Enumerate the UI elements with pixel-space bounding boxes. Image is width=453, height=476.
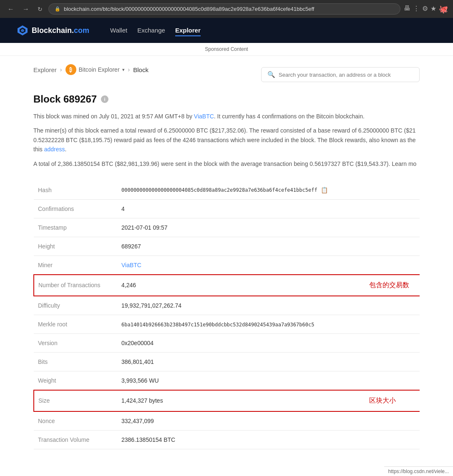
table-row: Nonce332,437,099 [34, 411, 420, 431]
table-cell-label: Nonce [34, 411, 117, 431]
search-icon: 🔍 [267, 71, 275, 78]
table-cell-label: Number of Transactions [34, 275, 117, 296]
table-row: Number of Transactions4,246包含的交易数 [34, 275, 420, 296]
sponsored-bar: Sponsored Content [0, 43, 453, 56]
table-row: Size1,424,327 bytes区块大小 [34, 390, 420, 411]
main-content: Explorer › ₿ Bitcoin Explorer ▾ › Block … [0, 56, 453, 466]
hash-value: 000000000000000000004085c0d898a89ac2e992… [121, 187, 350, 193]
brand-name: Blockchain.com [32, 26, 89, 35]
monitor-icon[interactable]: 🖶 [404, 5, 410, 14]
breadcrumb-bitcoin-explorer[interactable]: ₿ Bitcoin Explorer ▾ [65, 64, 125, 75]
refresh-button[interactable]: ↻ [35, 5, 45, 13]
table-row: Confirmations4 [34, 199, 420, 218]
table-cell-value: 19,932,791,027,262.74 [117, 296, 354, 315]
table-cell-value: 689267 [117, 237, 354, 256]
nav-links: Wallet Exchange Explorer [110, 25, 201, 36]
miner-link-desc[interactable]: ViaBTC [194, 113, 214, 120]
address-link[interactable]: address [44, 146, 65, 153]
brand-logo[interactable]: Blockchain.com [17, 25, 89, 36]
forward-button[interactable]: → [20, 5, 32, 14]
table-row: Bits386,801,401 [34, 352, 420, 371]
page-title: Block 689267 [33, 93, 97, 105]
puzzle-icon[interactable]: ⚙ [422, 5, 428, 14]
block-title: Block 689267 i [33, 93, 420, 105]
table-row: Version0x20e00004 [34, 333, 420, 352]
table-cell-value: 0x20e00004 [117, 333, 354, 352]
table-cell-label: Confirmations [34, 199, 117, 218]
table-row: Weight3,993,566 WU [34, 371, 420, 390]
table-cell-value: 2021-07-01 09:57 [117, 218, 354, 237]
table-cell-label: Size [34, 390, 117, 411]
table-cell-label: Merkle root [34, 315, 117, 333]
grid-icon[interactable]: ⋮ [413, 5, 420, 14]
block-data-table: Hash000000000000000000004085c0d898a89ac2… [33, 181, 420, 449]
nav-explorer[interactable]: Explorer [175, 25, 201, 36]
table-cell-value: 4,246 [117, 275, 354, 296]
table-row: Transaction Volume2386.13850154 BTC [34, 430, 420, 449]
table-cell-label: Transaction Volume [34, 430, 117, 449]
table-row: Hash000000000000000000004085c0d898a89ac2… [34, 181, 420, 200]
table-cell-label: Weight [34, 371, 117, 390]
profile-emoji[interactable]: 🐙 [439, 5, 448, 14]
breadcrumb-sep-1: › [60, 66, 62, 73]
nav-exchange[interactable]: Exchange [137, 25, 165, 36]
lock-icon: 🔒 [55, 6, 60, 12]
table-cell-value: 332,437,099 [117, 411, 354, 431]
table-cell-value: 1,424,327 bytes [117, 390, 354, 411]
table-row: MinerViaBTC [34, 256, 420, 275]
table-cell-label: Hash [34, 181, 117, 200]
url-text: blockchain.com/btc/block/000000000000000… [64, 6, 314, 12]
table-cell-label: Version [34, 333, 117, 352]
breadcrumb-explorer[interactable]: Explorer [33, 66, 57, 73]
table-cell-label: Difficulty [34, 296, 117, 315]
table-cell-label: Height [34, 237, 117, 256]
table-cell-value: 4 [117, 199, 354, 218]
nav-wallet[interactable]: Wallet [110, 25, 127, 36]
miner-link[interactable]: ViaBTC [121, 262, 141, 268]
breadcrumb: Explorer › ₿ Bitcoin Explorer ▾ › Block [33, 64, 148, 75]
address-bar[interactable]: 🔒 blockchain.com/btc/block/0000000000000… [48, 3, 400, 15]
star-icon[interactable]: ★ [430, 5, 436, 14]
table-cell-value: 3,993,566 WU [117, 371, 354, 390]
table-cell-value: 6ba14014b926663b238b497c151e90bddcbbc532… [117, 315, 354, 333]
desc-paragraph-2: The miner(s) of this block earned a tota… [33, 126, 420, 154]
browser-toolbar: 🖶 ⋮ ⚙ ★ 🐙 [404, 5, 448, 14]
top-navigation: Blockchain.com Wallet Exchange Explorer [0, 18, 453, 43]
breadcrumb-block: Block [133, 66, 148, 73]
annotation-zh: 包含的交易数 [369, 281, 409, 288]
table-cell-value: 2386.13850154 BTC [117, 430, 354, 449]
browser-chrome: ← → ↻ 🔒 blockchain.com/btc/block/0000000… [0, 0, 453, 18]
search-bar[interactable]: 🔍 [261, 67, 420, 82]
annotation-cell: 包含的交易数 [354, 275, 420, 296]
dropdown-arrow-icon: ▾ [122, 67, 125, 73]
table-cell-label: Miner [34, 256, 117, 275]
table-cell-value: ViaBTC [117, 256, 354, 275]
desc-paragraph-3: A total of 2,386.13850154 BTC ($82,981,1… [33, 159, 420, 168]
back-button[interactable]: ← [5, 5, 17, 14]
table-row: Difficulty19,932,791,027,262.74 [34, 296, 420, 315]
annotation-zh: 区块大小 [369, 397, 396, 404]
table-cell-label: Bits [34, 352, 117, 371]
search-input[interactable] [279, 72, 413, 78]
breadcrumb-sep-2: › [128, 66, 130, 73]
copy-icon[interactable]: 📋 [321, 187, 328, 193]
table-row: Height689267 [34, 237, 420, 256]
table-cell-value: 000000000000000000004085c0d898a89ac2e992… [117, 181, 354, 200]
info-icon[interactable]: i [101, 95, 108, 103]
table-cell-label: Timestamp [34, 218, 117, 237]
desc-paragraph-1: This block was mined on July 01, 2021 at… [33, 112, 420, 121]
table-row: Merkle root6ba14014b926663b238b497c151e9… [34, 315, 420, 333]
blockchain-icon [17, 25, 28, 36]
annotation-cell: 区块大小 [354, 390, 420, 411]
merkle-root-value: 6ba14014b926663b238b497c151e90bddcbbc532… [121, 322, 314, 328]
table-row: Timestamp2021-07-01 09:57 [34, 218, 420, 237]
btc-icon: ₿ [65, 64, 76, 75]
table-cell-value: 386,801,401 [117, 352, 354, 371]
